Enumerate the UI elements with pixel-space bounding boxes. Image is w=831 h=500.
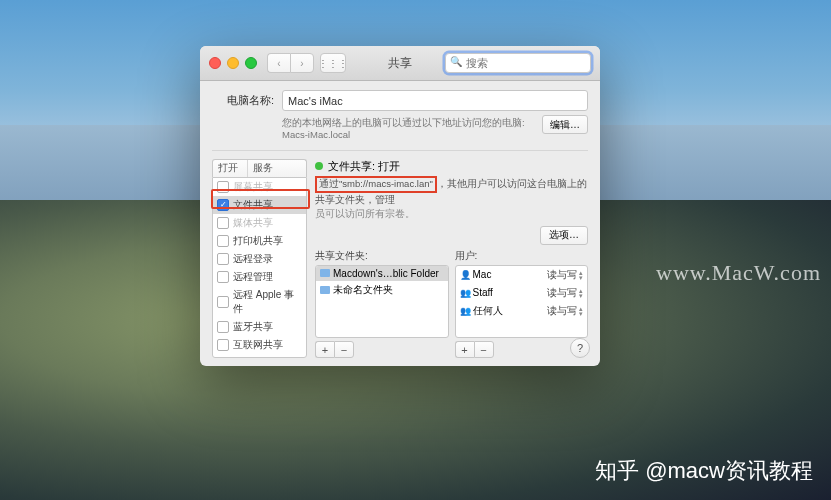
search-input[interactable] (445, 53, 591, 73)
permission-select[interactable]: 读与写▴▾ (547, 304, 583, 318)
service-label: 远程管理 (233, 270, 273, 284)
user-row[interactable]: 👥Staff读与写▴▾ (456, 284, 588, 302)
zoom-button[interactable] (245, 57, 257, 69)
service-item[interactable]: ✓文件共享 (213, 196, 306, 214)
folder-icon (320, 286, 330, 294)
service-item[interactable]: 打印机共享 (213, 232, 306, 250)
add-folder-button[interactable]: + (315, 341, 334, 358)
service-item[interactable]: 媒体共享 (213, 214, 306, 232)
service-label: 蓝牙共享 (233, 320, 273, 334)
folder-label: Macdown's…blic Folder (333, 268, 439, 279)
divider (212, 150, 588, 151)
services-list: 屏幕共享✓文件共享媒体共享打印机共享远程登录远程管理远程 Apple 事件蓝牙共… (212, 177, 307, 358)
toolbar: ‹ › ⋮⋮⋮ 共享 🔍 (200, 46, 600, 81)
service-checkbox[interactable] (217, 321, 229, 333)
user-row[interactable]: 👤Mac读与写▴▾ (456, 266, 588, 284)
computer-name-label: 电脑名称: (212, 93, 274, 108)
options-button[interactable]: 选项… (540, 226, 588, 245)
watermark-url: www.MacW.com (656, 260, 821, 286)
folder-label: 未命名文件夹 (333, 283, 393, 297)
service-checkbox[interactable] (217, 181, 229, 193)
search-icon: 🔍 (450, 56, 462, 67)
service-item[interactable]: 屏幕共享 (213, 178, 306, 196)
service-item[interactable]: 内容缓存 (213, 354, 306, 358)
services-header: 打开服务 (212, 159, 307, 177)
computer-name-field[interactable]: Mac's iMac (282, 90, 588, 111)
service-checkbox[interactable]: ✓ (217, 199, 229, 211)
service-label: 远程登录 (233, 252, 273, 266)
status-text: 文件共享: 打开 (328, 159, 400, 174)
people-icon: 👥 (460, 306, 470, 316)
show-all-button[interactable]: ⋮⋮⋮ (320, 53, 346, 73)
close-button[interactable] (209, 57, 221, 69)
service-label: 内容缓存 (233, 356, 273, 358)
folder-icon (320, 269, 330, 277)
person-icon: 👤 (460, 270, 470, 280)
service-checkbox[interactable] (217, 339, 229, 351)
remove-user-button[interactable]: − (474, 341, 494, 358)
service-item[interactable]: 蓝牙共享 (213, 318, 306, 336)
service-checkbox[interactable] (217, 217, 229, 229)
traffic-lights (200, 57, 257, 69)
back-button[interactable]: ‹ (267, 53, 290, 73)
computer-name-hint: 您的本地网络上的电脑可以通过以下地址访问您的电脑:Macs-iMac.local (212, 117, 534, 142)
service-checkbox[interactable] (217, 235, 229, 247)
service-label: 文件共享 (233, 198, 273, 212)
status-description-2: 员可以访问所有宗卷。 (315, 208, 588, 221)
edit-name-button[interactable]: 编辑… (542, 115, 588, 134)
service-label: 屏幕共享 (233, 180, 273, 194)
service-checkbox[interactable] (217, 296, 229, 308)
service-label: 打印机共享 (233, 234, 283, 248)
folder-row[interactable]: 未命名文件夹 (316, 281, 448, 299)
shared-folders-label: 共享文件夹: (315, 249, 449, 263)
service-label: 媒体共享 (233, 216, 273, 230)
service-checkbox[interactable] (217, 271, 229, 283)
service-checkbox[interactable] (217, 357, 229, 358)
forward-button[interactable]: › (290, 53, 314, 73)
user-name: Staff (473, 287, 493, 298)
add-user-button[interactable]: + (455, 341, 474, 358)
service-label: 互联网共享 (233, 338, 283, 352)
watermark-zhihu: 知乎 @macw资讯教程 (595, 456, 813, 486)
permission-select[interactable]: 读与写▴▾ (547, 268, 583, 282)
user-row[interactable]: 👥任何人读与写▴▾ (456, 302, 588, 320)
remove-folder-button[interactable]: − (334, 341, 354, 358)
minimize-button[interactable] (227, 57, 239, 69)
service-item[interactable]: 远程管理 (213, 268, 306, 286)
service-label: 远程 Apple 事件 (233, 288, 302, 316)
user-name: Mac (473, 269, 492, 280)
service-item[interactable]: 远程 Apple 事件 (213, 286, 306, 318)
status-dot-icon (315, 162, 323, 170)
user-name: 任何人 (473, 304, 503, 318)
help-button[interactable]: ? (570, 338, 590, 358)
shared-folders-list[interactable]: Macdown's…blic Folder未命名文件夹 (315, 265, 449, 338)
sharing-pref-window: ‹ › ⋮⋮⋮ 共享 🔍 电脑名称: Mac's iMac 您的本地网络上的电脑… (200, 46, 600, 366)
users-list[interactable]: 👤Mac读与写▴▾👥Staff读与写▴▾👥任何人读与写▴▾ (455, 265, 589, 338)
permission-select[interactable]: 读与写▴▾ (547, 286, 583, 300)
service-item[interactable]: 互联网共享 (213, 336, 306, 354)
service-item[interactable]: 远程登录 (213, 250, 306, 268)
users-label: 用户: (455, 249, 589, 263)
folder-row[interactable]: Macdown's…blic Folder (316, 266, 448, 281)
service-checkbox[interactable] (217, 253, 229, 265)
people-icon: 👥 (460, 288, 470, 298)
smb-address: 通过"smb://macs-imac.lan" (315, 176, 437, 193)
